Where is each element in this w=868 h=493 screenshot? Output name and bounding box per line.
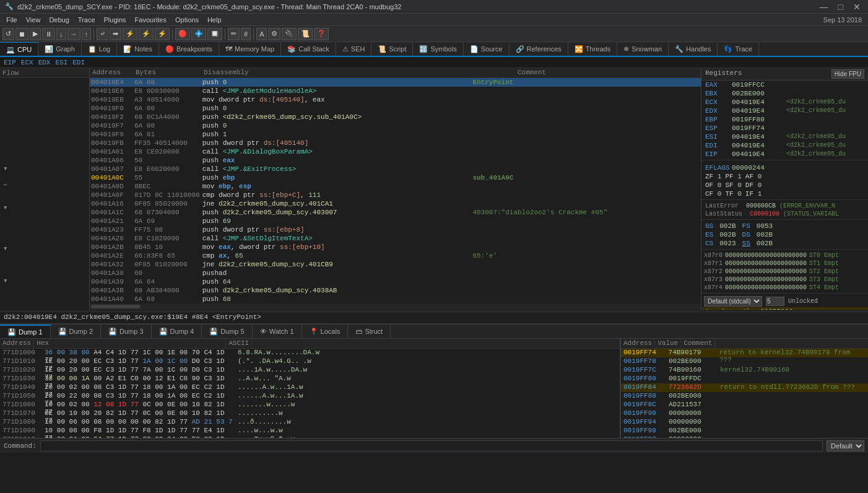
table-row[interactable]: 00401A39 6A 64 push 64 xyxy=(90,277,701,286)
tab-handles[interactable]: 🔧 Handles xyxy=(669,42,718,56)
table-row[interactable]: 00401A01 E8 CE020000 call <JMP.&DialogBo… xyxy=(90,147,701,156)
table-row[interactable]: 00401A32 0F85 81020000 jne d2k2_crkme05_… xyxy=(90,260,701,269)
table-row[interactable]: 004019F2 68 0C1A4000 push <d2k2_crkme05_… xyxy=(90,113,701,121)
tab-trace[interactable]: 👣 Trace xyxy=(718,42,759,56)
toolbar-bp[interactable]: 🔴 xyxy=(175,28,190,40)
table-row[interactable]: 004019F9 6A 01 push 1 xyxy=(90,130,701,139)
toolbar-pause[interactable]: ⏸ xyxy=(42,28,55,40)
tab-cpu[interactable]: 💻 CPU xyxy=(0,42,38,56)
toolbar-run-till-ret[interactable]: ⤶ xyxy=(97,28,108,40)
table-row[interactable]: 004019F7 6A 00 push 0 xyxy=(90,121,701,130)
table-row[interactable]: 004019E6 E8 0D030000 call <JMP.&GetModul… xyxy=(90,87,701,95)
bp-icon: 🔴 xyxy=(165,45,174,53)
tab-seh[interactable]: ⚠ SEH xyxy=(336,42,372,56)
tab-memory-map[interactable]: 🗺 Memory Map xyxy=(219,42,281,56)
tab-graph[interactable]: 📊 Graph xyxy=(38,42,82,56)
table-row[interactable]: 00401A2E 66:83F8 65 cmp ax, 65 65:'e' xyxy=(90,251,701,260)
toolbar-scr[interactable]: 📜 xyxy=(298,28,313,40)
close-button[interactable]: ✕ xyxy=(851,2,863,12)
stack-depth-input[interactable] xyxy=(766,297,784,306)
toolbar-about[interactable]: ❓ xyxy=(314,28,329,40)
stack-col-comment: Comment xyxy=(681,339,715,348)
toolbar-plugins2[interactable]: 🔌 xyxy=(282,28,297,40)
btab-locals[interactable]: 📍 Locals xyxy=(302,325,349,338)
table-row[interactable]: 00401A16 0F85 85020000 jne d2k2_crkme05_… xyxy=(90,199,701,208)
tab-source[interactable]: 📄 Source xyxy=(464,42,510,56)
menu-options[interactable]: Options xyxy=(171,15,202,24)
tab-snowman[interactable]: ❄ Snowman xyxy=(617,42,669,56)
table-row[interactable]: 004019F0 6A 00 push 0 xyxy=(90,104,701,113)
menu-favourites[interactable]: Favourites xyxy=(131,15,170,24)
toolbar-run[interactable]: ▶ xyxy=(30,28,41,40)
table-row[interactable]: 00401A23 FF75 08 push dword ptr ss:[ebp+… xyxy=(90,225,701,234)
tab-breakpoints[interactable]: 🔴 Breakpoints xyxy=(159,42,219,56)
toolbar-run-selection[interactable]: ➡ xyxy=(110,28,121,40)
toolbar-patch[interactable]: ✏ xyxy=(228,28,240,40)
table-row[interactable]: 00401A26 E8 C1020000 call <JMP.&SetDlgIt… xyxy=(90,234,701,243)
btab-dump3[interactable]: 💾 Dump 3 xyxy=(101,325,152,338)
toolbar-font[interactable]: A xyxy=(256,28,267,40)
toolbar-anim-till[interactable]: ⚡ xyxy=(155,28,170,40)
table-row[interactable]: 00401A2B 8B45 10 mov eax, dword ptr ss:[… xyxy=(90,243,701,251)
tab-symbols[interactable]: 🔣 Symbols xyxy=(413,42,463,56)
date-display: Sep 13 2018 xyxy=(820,15,866,24)
btab-watch1[interactable]: 👁 Watch 1 xyxy=(253,325,302,338)
toolbar-bp-hw[interactable]: 🔲 xyxy=(207,28,222,40)
btab-struct[interactable]: 🗃 Struct xyxy=(348,325,391,338)
menu-trace[interactable]: Trace xyxy=(74,15,99,24)
table-row[interactable]: 00401A38 60 pushad xyxy=(90,269,701,277)
fpu-row1: x87r10000000000000000000000ST1 Empt xyxy=(701,260,868,268)
command-dropdown[interactable]: Default xyxy=(827,440,864,452)
btab-dump1[interactable]: 💾 Dump 1 xyxy=(0,325,51,338)
toolbar-restart[interactable]: ↺ xyxy=(2,28,14,40)
call-conv-select[interactable]: Default (stdcall) xyxy=(704,296,762,307)
dump5-icon: 💾 xyxy=(209,328,218,336)
table-row[interactable]: 00401A21 6A 69 push 69 xyxy=(90,217,701,225)
btab-dump2-label: Dump 2 xyxy=(69,328,93,335)
menu-debug[interactable]: Debug xyxy=(45,15,72,24)
menu-file[interactable]: File xyxy=(2,15,21,24)
lock-status: Unlocked xyxy=(788,298,818,305)
menu-help[interactable]: Help xyxy=(204,15,225,24)
titlebar-controls[interactable]: — □ ✕ xyxy=(817,2,863,12)
minimize-button[interactable]: — xyxy=(817,2,831,12)
disasm-scroll[interactable]: 004019E4 6A 00 push 0 EntryPoint 004019E… xyxy=(90,78,701,303)
btab-dump2[interactable]: 💾 Dump 2 xyxy=(51,325,102,338)
table-row[interactable]: 00401A0F 817D 0C 11010000 cmp dword ptr … xyxy=(90,191,701,199)
menu-plugins[interactable]: Plugins xyxy=(100,15,130,24)
table-row[interactable]: 004019FB FF35 40514000 push dword ptr ds… xyxy=(90,139,701,147)
toolbar-options2[interactable]: ⚙ xyxy=(268,28,280,40)
table-row[interactable]: 00401A1C 68 07304000 push d2k2_crkme05_d… xyxy=(90,208,701,217)
toolbar-anim-into[interactable]: ⚡ xyxy=(123,28,137,40)
command-input[interactable] xyxy=(40,440,823,452)
menu-view[interactable]: View xyxy=(22,15,45,24)
tab-threads[interactable]: 🔀 Threads xyxy=(568,42,617,56)
maximize-button[interactable]: □ xyxy=(836,2,846,12)
table-row[interactable]: 004019E4 6A 00 push 0 EntryPoint xyxy=(90,78,701,87)
table-row[interactable]: 00401A0C 55 push ebp sub_401A0C xyxy=(90,173,701,182)
hide-fpu-button[interactable]: Hide FPU xyxy=(831,69,864,79)
table-row[interactable]: 00401A07 E8 E6020000 call <JMP.&ExitProc… xyxy=(90,165,701,173)
toolbar-stop[interactable]: ⏹ xyxy=(15,28,28,40)
toolbar-anim-over[interactable]: ⚡ xyxy=(139,28,154,40)
tab-call-stack[interactable]: 📚 Call Stack xyxy=(281,42,336,56)
table-row[interactable]: 00401A0D 8BEC mov ebp, esp xyxy=(90,182,701,191)
table-row[interactable]: 00401A06 50 push eax xyxy=(90,156,701,165)
table-row[interactable]: 004019EB A3 40514000 mov dword ptr ds:[4… xyxy=(90,95,701,104)
tab-references[interactable]: 🔗 References xyxy=(510,42,568,56)
toolbar-nop[interactable]: # xyxy=(241,28,251,40)
table-row[interactable]: 00401A3B 68 AB384000 push d2k2_crkme05_d… xyxy=(90,286,701,295)
toolbar-step-into[interactable]: ↓ xyxy=(56,28,66,40)
tab-notes[interactable]: 📝 Notes xyxy=(117,42,159,56)
toolbar-bp-mem[interactable]: 💠 xyxy=(191,28,206,40)
btab-dump5-label: Dump 5 xyxy=(220,328,245,335)
app-icon: 🔧 xyxy=(5,2,14,11)
trace-icon: 👣 xyxy=(724,45,732,53)
btab-dump4[interactable]: 💾 Dump 4 xyxy=(152,325,202,338)
tab-log[interactable]: 📋 Log xyxy=(82,42,117,56)
toolbar-step-over[interactable]: → xyxy=(67,28,80,40)
toolbar-step-out[interactable]: ↑ xyxy=(82,28,92,40)
tab-script[interactable]: 📜 Script xyxy=(371,42,413,56)
table-row[interactable]: 00401A40 6A 68 push 68 xyxy=(90,295,701,303)
btab-dump5[interactable]: 💾 Dump 5 xyxy=(202,325,253,338)
